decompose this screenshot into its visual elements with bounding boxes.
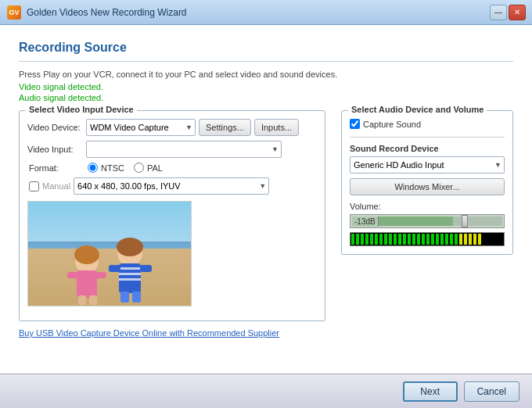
capture-sound-row: Capture Sound: [350, 119, 505, 129]
pal-label: PAL: [147, 163, 163, 173]
svg-rect-5: [95, 272, 106, 278]
audio-meter: [350, 232, 505, 246]
window-controls: — ✕: [490, 5, 526, 20]
video-input-label: Video Input:: [27, 145, 86, 154]
svg-rect-10: [132, 292, 141, 302]
svg-rect-9: [120, 292, 129, 302]
svg-point-6: [74, 245, 99, 264]
video-input-row: Video Input: ▼: [27, 141, 317, 158]
inputs-button[interactable]: Inputs...: [254, 119, 299, 136]
capture-sound-checkbox[interactable]: [350, 119, 360, 129]
svg-rect-4: [67, 272, 78, 278]
audio-meter-green: [351, 234, 458, 245]
video-input-dropdown-wrapper: ▼: [86, 141, 282, 158]
right-column: Select Audio Device and Volume Capture S…: [341, 110, 513, 338]
ntsc-label: NTSC: [101, 163, 124, 173]
windows-mixer-button[interactable]: Windows Mixer...: [350, 178, 505, 195]
left-column: Select Video Input Device Video Device: …: [19, 110, 325, 338]
video-device-label: Video Device:: [27, 123, 86, 132]
svg-rect-14: [109, 265, 120, 272]
cancel-button[interactable]: Cancel: [464, 381, 519, 402]
sound-device-wrapper: Generic HD Audio Input ▼: [350, 156, 505, 174]
title-bar: GV Golden Videos New Recording Wizard — …: [0, 0, 532, 25]
video-device-row: Video Device: WDM Video Capture ▼ Settin…: [27, 119, 317, 136]
volume-slider-container: -13dB: [350, 214, 505, 228]
video-device-select[interactable]: WDM Video Capture: [86, 119, 196, 136]
pal-radio-item[interactable]: PAL: [134, 163, 163, 173]
window-title: Golden Videos New Recording Wizard: [27, 7, 490, 18]
preview-scene: [28, 202, 191, 306]
svg-rect-3: [89, 295, 97, 305]
preview-area: [27, 201, 192, 306]
svg-rect-11: [119, 267, 141, 270]
pal-radio[interactable]: [134, 163, 144, 173]
svg-point-16: [117, 238, 143, 256]
audio-group-label: Select Audio Device and Volume: [348, 105, 487, 114]
svg-rect-2: [78, 295, 86, 305]
audio-signal-status: Audio signal detected.: [19, 93, 513, 102]
app-icon-area: GV: [6, 5, 22, 20]
video-input-group: Select Video Input Device Video Device: …: [19, 110, 325, 321]
video-signal-status: Video signal detected.: [19, 82, 513, 91]
ntsc-radio-item[interactable]: NTSC: [88, 163, 124, 173]
video-input-select[interactable]: [86, 141, 282, 158]
volume-track: [379, 217, 502, 226]
main-content: Recording Source Press Play on your VCR,…: [0, 25, 532, 374]
format-row: Format: NTSC PAL: [27, 163, 317, 173]
manual-checkbox[interactable]: [29, 181, 39, 191]
format-label: Format:: [29, 163, 88, 173]
ntsc-radio[interactable]: [88, 163, 98, 173]
manual-label: Manual: [42, 181, 70, 191]
next-button[interactable]: Next: [403, 381, 458, 402]
audio-meter-yellow: [459, 234, 482, 245]
manual-row: Manual 640 x 480, 30.00 fps, IYUV ▼: [27, 177, 317, 195]
format-select-wrapper: 640 x 480, 30.00 fps, IYUV ▼: [74, 177, 269, 195]
content-columns: Select Video Input Device Video Device: …: [19, 110, 513, 338]
video-group-label: Select Video Input Device: [26, 105, 137, 114]
link-area: Buy USB Video Capture Device Online with…: [19, 327, 325, 338]
volume-thumb[interactable]: [462, 215, 468, 227]
app-icon: GV: [7, 5, 21, 20]
scene-figures: [28, 202, 192, 306]
minimize-button[interactable]: —: [490, 5, 507, 20]
svg-rect-15: [140, 265, 152, 272]
sound-device-select[interactable]: Generic HD Audio Input: [350, 156, 505, 174]
instructions-text: Press Play on your VCR, connect it to yo…: [19, 70, 513, 79]
volume-label: Volume:: [350, 202, 505, 211]
svg-rect-12: [119, 273, 141, 275]
volume-bar: -13dB: [350, 214, 505, 228]
settings-button[interactable]: Settings...: [199, 119, 251, 136]
format-radio-group: NTSC PAL: [88, 163, 163, 173]
volume-db-label: -13dB: [352, 217, 379, 227]
capture-sound-label: Capture Sound: [363, 120, 421, 129]
audio-group: Select Audio Device and Volume Capture S…: [341, 110, 513, 255]
supplier-link[interactable]: Buy USB Video Capture Device Online with…: [19, 328, 279, 338]
svg-rect-13: [119, 278, 141, 281]
video-device-dropdown-wrapper: WDM Video Capture ▼: [86, 119, 196, 136]
svg-rect-1: [77, 270, 97, 298]
footer: Next Cancel: [0, 374, 532, 408]
close-button[interactable]: ✕: [509, 5, 526, 20]
section-title: Recording Source: [19, 41, 513, 62]
format-select[interactable]: 640 x 480, 30.00 fps, IYUV: [74, 177, 269, 195]
sound-record-device-label: Sound Record Device: [350, 144, 505, 153]
